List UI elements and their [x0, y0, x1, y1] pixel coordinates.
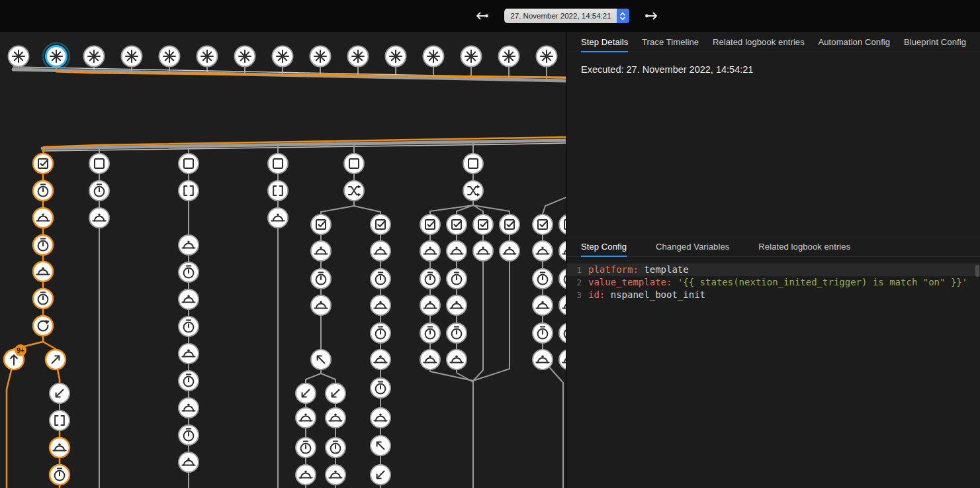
trace-node-service[interactable] [559, 350, 566, 369]
trace-node-service[interactable] [311, 295, 331, 315]
trace-node-timer[interactable] [447, 269, 467, 289]
trigger-node[interactable] [9, 46, 29, 67]
trace-node-timer[interactable] [33, 235, 53, 255]
trace-node-arrow-down-left[interactable] [50, 383, 69, 403]
trace-node-service[interactable] [179, 289, 199, 309]
trace-node-timer[interactable] [33, 181, 53, 201]
trace-node-timer[interactable] [179, 317, 199, 336]
trace-node-service[interactable] [296, 408, 316, 428]
trace-node-service[interactable] [33, 208, 53, 228]
trigger-node[interactable] [537, 46, 557, 67]
trace-node-square[interactable] [268, 154, 288, 173]
trigger-node-selected[interactable] [43, 43, 69, 70]
trigger-node[interactable] [122, 46, 142, 67]
trace-node-check-square[interactable] [420, 215, 440, 234]
trigger-node[interactable] [273, 46, 293, 67]
trace-node-service[interactable] [533, 241, 553, 261]
trigger-node[interactable] [386, 46, 406, 67]
trace-node-arrow-down-left[interactable] [371, 465, 390, 485]
trace-node-service[interactable] [179, 452, 199, 472]
trace-node-timer[interactable] [533, 323, 553, 343]
trace-node-repeat[interactable] [33, 316, 53, 336]
trace-graph[interactable]: 9+ [0, 0, 566, 488]
trace-node-arrow-top-left[interactable] [311, 350, 331, 369]
trace-node-timer[interactable] [33, 289, 53, 309]
trigger-node[interactable] [499, 46, 519, 67]
trace-node-check-square[interactable] [371, 215, 390, 234]
trace-node-service[interactable] [559, 295, 566, 315]
yaml-editor[interactable]: 1platform: template2value_template: '{{ … [566, 257, 980, 488]
code-line-3[interactable]: 3id: nspanel_boot_init [566, 289, 980, 301]
trace-node-service[interactable] [179, 235, 199, 255]
trigger-node[interactable] [348, 46, 369, 67]
trace-node-service[interactable] [33, 262, 53, 281]
trace-node-square[interactable] [89, 154, 109, 173]
trace-node-timer[interactable] [179, 262, 199, 282]
trace-node-shuffle[interactable] [344, 181, 364, 201]
trace-node-timer[interactable] [371, 378, 390, 398]
trace-node-service[interactable] [371, 295, 390, 315]
trace-node-service[interactable] [533, 350, 553, 369]
trace-node-timer[interactable] [420, 323, 440, 343]
trace-node-service[interactable] [447, 350, 467, 369]
trace-node-timer[interactable] [371, 323, 390, 343]
trace-node-service[interactable] [311, 241, 331, 261]
trace-node-check-square[interactable] [473, 215, 493, 234]
trace-node-timer[interactable] [447, 323, 467, 343]
trace-node-square[interactable] [344, 154, 364, 173]
trace-node-square[interactable] [179, 154, 199, 173]
trace-node-check-square[interactable] [33, 154, 53, 173]
trace-node-service[interactable] [420, 241, 440, 261]
trace-node-arrow-top-left[interactable] [371, 436, 390, 456]
trace-node-check-square[interactable] [447, 215, 467, 234]
trace-node-arrow-down-left[interactable] [296, 383, 316, 403]
trace-node-service[interactable] [500, 241, 519, 261]
trace-node-service[interactable] [420, 295, 440, 315]
trace-node-service[interactable] [179, 344, 199, 364]
trigger-node[interactable] [461, 46, 482, 67]
trace-node-timer[interactable] [50, 465, 69, 485]
trace-node-service[interactable] [533, 295, 553, 315]
trigger-node[interactable] [159, 46, 180, 67]
trace-node-service[interactable] [559, 241, 566, 261]
trace-node-timer[interactable] [296, 438, 316, 458]
trace-node-check-square[interactable] [500, 215, 519, 234]
trace-node-timer[interactable] [179, 371, 199, 391]
detail-tab-step-details[interactable]: Step Details [581, 32, 628, 52]
trace-node-service[interactable] [326, 408, 345, 428]
trace-node-arrow-down-left[interactable] [326, 383, 345, 403]
trace-node-timer[interactable] [311, 269, 331, 289]
trace-node-timer[interactable] [559, 269, 566, 289]
trace-node-check-square[interactable] [533, 215, 553, 234]
detail-tab-automation-config[interactable]: Automation Config [819, 32, 891, 52]
trace-node-timer[interactable] [371, 269, 390, 289]
trace-node-service[interactable] [371, 241, 390, 261]
trace-node-brackets[interactable] [50, 411, 69, 430]
trace-node-service[interactable] [179, 398, 199, 418]
trace-node-brackets[interactable] [268, 181, 288, 201]
trace-timestamp-select[interactable]: 27. November 2022, 14:54:21 [504, 9, 629, 23]
trace-node-service[interactable] [50, 438, 69, 458]
code-line-2[interactable]: 2value_template: '{{ states(nextion_init… [566, 276, 980, 289]
trace-node-check-square[interactable] [311, 215, 331, 234]
detail-tab-blueprint-config[interactable]: Blueprint Config [904, 32, 966, 52]
trigger-node[interactable] [197, 46, 218, 67]
trace-node-shuffle[interactable] [463, 181, 483, 201]
detail-tab-related-logbook-entries[interactable]: Related logbook entries [713, 32, 805, 52]
trace-node-brackets[interactable] [179, 181, 199, 201]
trace-node-arrow-up-right[interactable] [46, 350, 66, 369]
trigger-node[interactable] [235, 46, 255, 67]
trace-node-service[interactable] [296, 465, 316, 485]
trace-node-timer[interactable] [559, 323, 566, 343]
trace-node-service[interactable] [447, 241, 467, 261]
config-tab-changed-variables[interactable]: Changed Variables [656, 236, 729, 256]
trigger-node[interactable] [423, 46, 444, 67]
trace-node-timer[interactable] [326, 438, 345, 458]
trace-node-timer[interactable] [179, 425, 199, 445]
trace-node-square[interactable] [463, 154, 483, 173]
trace-node-service[interactable] [326, 465, 345, 485]
trace-node-service[interactable] [371, 350, 390, 369]
config-tab-related-logbook-entries[interactable]: Related logbook entries [758, 236, 850, 256]
next-trace-button[interactable] [641, 5, 662, 26]
trace-node-service[interactable] [371, 408, 390, 428]
